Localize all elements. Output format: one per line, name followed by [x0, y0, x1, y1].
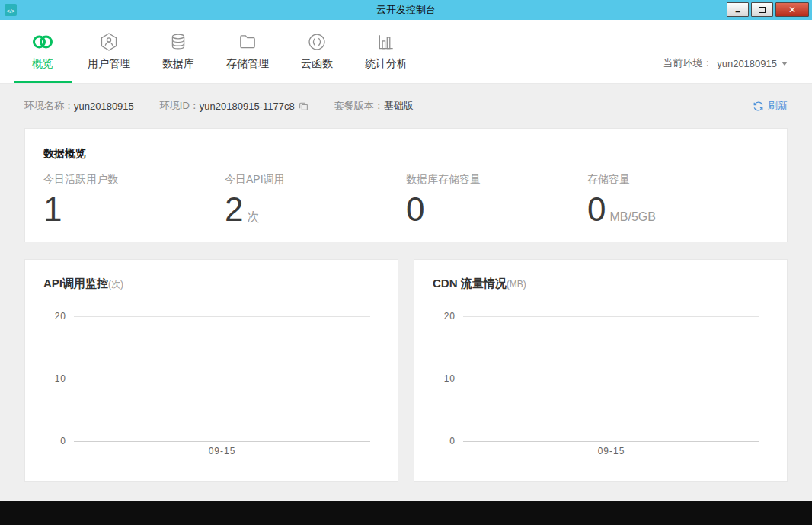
metric-number: 1 — [43, 190, 62, 228]
gridline — [463, 379, 759, 379]
gridline — [463, 441, 759, 442]
current-env-selector[interactable]: 当前环境：yun20180915 — [663, 56, 788, 70]
infinity-icon — [30, 31, 56, 53]
x-tick-label: 09-15 — [463, 446, 759, 456]
metric-number: 0 — [587, 190, 606, 228]
gridline-row: 0 — [433, 436, 759, 447]
env-plan-label: 套餐版本： — [334, 99, 384, 113]
maximize-button[interactable] — [751, 2, 773, 17]
tab-statistics[interactable]: 统计分析 — [349, 20, 424, 83]
metric-label: 今日活跃用户数 — [43, 173, 225, 187]
tab-user-management[interactable]: 用户管理 — [72, 20, 146, 83]
window-title: 云开发控制台 — [0, 3, 812, 17]
refresh-icon — [753, 101, 764, 112]
main-content: 环境名称： yun20180915 环境ID： yun20180915-1177… — [0, 84, 812, 482]
y-tick-label: 0 — [433, 436, 456, 447]
metrics-row: 今日活跃用户数 1 今日API调用 2次 数据库存储容量 0 存储容量 0MB/… — [43, 173, 769, 228]
tab-label: 云函数 — [301, 57, 333, 71]
metric-unit: MB/5GB — [609, 210, 655, 223]
y-tick-label: 0 — [43, 436, 66, 447]
y-tick-label: 20 — [43, 311, 66, 322]
maximize-icon — [759, 7, 766, 13]
metric-api-calls: 今日API调用 2次 — [225, 173, 406, 228]
chart-title: API调用监控(次) — [43, 277, 379, 291]
chevron-down-icon — [782, 62, 788, 66]
metric-number: 2 — [225, 190, 243, 228]
tab-label: 概览 — [32, 57, 53, 71]
chart-title: CDN 流量情况(MB) — [433, 277, 769, 291]
gridline — [74, 441, 370, 442]
current-env-value: yun20180915 — [717, 58, 777, 69]
refresh-label: 刷新 — [768, 99, 788, 113]
metric-label: 数据库存储容量 — [406, 173, 587, 187]
tab-label: 数据库 — [162, 57, 194, 71]
folder-icon — [238, 31, 257, 53]
metric-label: 存储容量 — [587, 173, 769, 187]
env-name-label: 环境名称： — [24, 99, 74, 113]
tab-overview[interactable]: 概览 — [14, 20, 72, 83]
env-plan-field: 套餐版本： 基础版 — [334, 99, 414, 113]
cloud-function-icon — [307, 31, 327, 53]
desktop-screen: </> 云开发控制台 – ✕ — [0, 0, 812, 525]
overview-title: 数据概览 — [43, 147, 769, 161]
x-tick-label: 09-15 — [74, 446, 370, 456]
y-tick-label: 10 — [433, 373, 456, 384]
gridline-row: 20 — [433, 311, 759, 322]
metric-value: 0MB/5GB — [587, 191, 769, 228]
cdn-traffic-plot-area: 20 10 0 09-15 — [433, 311, 769, 466]
y-tick-label: 20 — [433, 311, 456, 322]
environment-info-bar: 环境名称： yun20180915 环境ID： yun20180915-1177… — [24, 84, 788, 128]
close-button[interactable]: ✕ — [775, 2, 809, 17]
env-plan-value: 基础版 — [384, 99, 414, 113]
env-id-value: yun20180915-1177c8 — [200, 101, 295, 112]
gridline — [74, 379, 370, 379]
tab-label: 用户管理 — [88, 57, 130, 71]
gridline — [74, 316, 370, 317]
metric-active-users: 今日活跃用户数 1 — [43, 173, 225, 228]
metric-value: 1 — [43, 191, 225, 228]
gridline — [463, 316, 759, 317]
gridline-row: 20 — [43, 311, 370, 322]
gridline-row: 10 — [43, 373, 370, 384]
metric-label: 今日API调用 — [225, 173, 406, 187]
main-navbar: 概览 用户管理 — [0, 20, 812, 84]
minimize-icon: – — [735, 7, 740, 16]
refresh-button[interactable]: 刷新 — [753, 99, 788, 113]
tab-label: 统计分析 — [365, 57, 408, 71]
metric-db-storage: 数据库存储容量 0 — [406, 173, 587, 228]
env-name-value: yun20180915 — [74, 101, 134, 112]
cdn-traffic-chart-card: CDN 流量情况(MB) 20 10 0 09-15 — [414, 259, 788, 482]
chart-unit: (次) — [108, 279, 123, 290]
env-id-label: 环境ID： — [160, 99, 200, 113]
hexagon-user-icon — [99, 31, 119, 53]
env-id-field: 环境ID： yun20180915-1177c8 — [160, 99, 308, 113]
window-titlebar: </> 云开发控制台 – ✕ — [0, 0, 812, 20]
metric-value: 2次 — [225, 191, 406, 228]
data-overview-card: 数据概览 今日活跃用户数 1 今日API调用 2次 数据库存储容量 0 — [24, 128, 788, 242]
cloud-console-window: </> 云开发控制台 – ✕ — [0, 0, 812, 501]
tab-cloud-functions[interactable]: 云函数 — [285, 20, 349, 83]
y-tick-label: 10 — [43, 373, 66, 384]
tab-label: 存储管理 — [226, 57, 269, 71]
minimize-button[interactable]: – — [727, 2, 749, 17]
gridline-row: 0 — [43, 436, 370, 447]
gridline-row: 10 — [433, 373, 759, 384]
api-calls-chart-card: API调用监控(次) 20 10 0 09-15 — [24, 259, 398, 482]
tab-storage[interactable]: 存储管理 — [210, 20, 285, 83]
copy-icon[interactable] — [299, 101, 308, 111]
tab-database[interactable]: 数据库 — [146, 20, 210, 83]
chart-title-text: API调用监控 — [43, 277, 108, 290]
metric-storage: 存储容量 0MB/5GB — [587, 173, 769, 228]
bar-chart-icon — [376, 31, 396, 53]
metric-number: 0 — [406, 190, 424, 228]
close-icon: ✕ — [788, 5, 796, 14]
chart-title-text: CDN 流量情况 — [433, 277, 507, 290]
metric-value: 0 — [406, 191, 587, 228]
metric-unit: 次 — [247, 210, 259, 223]
chart-unit: (MB) — [507, 279, 526, 290]
api-calls-plot-area: 20 10 0 09-15 — [43, 311, 379, 466]
charts-row: API调用监控(次) 20 10 0 09-15 — [24, 259, 788, 482]
env-name-field: 环境名称： yun20180915 — [24, 99, 134, 113]
window-controls: – ✕ — [727, 2, 809, 17]
current-env-label: 当前环境： — [663, 56, 712, 70]
